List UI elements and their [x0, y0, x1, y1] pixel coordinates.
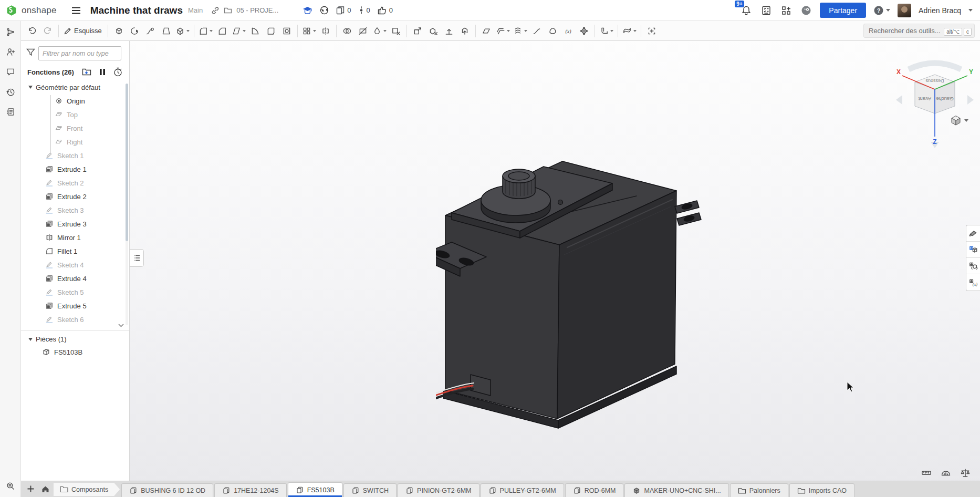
appearance-panel-button[interactable]: [966, 225, 980, 242]
feature-extrude-4[interactable]: Extrude 4: [21, 272, 129, 285]
tab-17he12-1204s[interactable]: 17HE12-1204S: [214, 483, 286, 497]
dropdown-caret-icon[interactable]: [243, 30, 246, 32]
feature-extrude-2[interactable]: Extrude 2: [21, 190, 129, 203]
edit-fillet-tool-button[interactable]: [371, 23, 388, 39]
avatar[interactable]: [898, 4, 911, 17]
feature-extrude-1[interactable]: Extrude 1: [21, 162, 129, 176]
feature-sketch-2[interactable]: Sketch 2: [21, 176, 129, 190]
follow-users-icon[interactable]: [3, 44, 18, 60]
shell-tool-button[interactable]: [263, 23, 279, 39]
share-button[interactable]: Partager: [820, 3, 866, 18]
tool-search-input[interactable]: [869, 27, 942, 35]
face-label-gauche[interactable]: Gauche: [936, 96, 953, 102]
dropdown-caret-icon[interactable]: [507, 30, 510, 32]
dropdown-caret-icon[interactable]: [383, 30, 387, 32]
mass-properties-icon[interactable]: [960, 468, 971, 478]
face-label-dessous[interactable]: Dessous: [925, 78, 944, 84]
versions-count[interactable]: 0: [359, 6, 370, 15]
tab-pinion-gt2-6mm[interactable]: PINION-GT2-6MM: [398, 483, 479, 497]
tab-maker-uno-cnc-shi-[interactable]: MAKER-UNO+CNC-SHI...: [624, 483, 728, 497]
display-states-button[interactable]: [966, 242, 980, 258]
menu-icon[interactable]: [69, 4, 83, 17]
custom-feature-tool-button[interactable]: [576, 23, 592, 39]
feature-sketch-6[interactable]: Sketch 6: [21, 313, 129, 326]
search-document-icon[interactable]: [3, 478, 18, 494]
tab-palonniers[interactable]: Palonniers: [730, 483, 788, 497]
view-cube[interactable]: Dessous Avant Gauche X Y Z: [893, 59, 977, 151]
split-tool-button[interactable]: [355, 23, 371, 39]
public-globe-icon[interactable]: [320, 6, 329, 15]
comments-icon[interactable]: [3, 64, 18, 80]
notifications-bell-icon[interactable]: 9+: [740, 4, 753, 17]
rib-tool-button[interactable]: [247, 23, 263, 39]
transform-tool-button[interactable]: [441, 23, 457, 39]
feature-sketch-3[interactable]: Sketch 3: [21, 203, 129, 217]
tab-imports-cao[interactable]: Imports CAO: [789, 483, 854, 497]
regeneration-time-icon[interactable]: [113, 67, 123, 77]
mirror-tool-button[interactable]: [318, 23, 333, 39]
projected-curve-tool-button[interactable]: [529, 23, 545, 39]
feature-extrude-5[interactable]: Extrude 5: [21, 299, 129, 313]
link-icon[interactable]: [209, 4, 222, 17]
part-fs5103b[interactable]: FS5103B: [21, 345, 129, 359]
feedback-icon[interactable]: [800, 4, 812, 17]
group-expand-icon[interactable]: [28, 86, 33, 89]
suppress-rollback-icon[interactable]: [97, 67, 108, 77]
measure-length-icon[interactable]: [921, 468, 932, 478]
filter-icon[interactable]: [26, 48, 35, 59]
fill-tool-button[interactable]: [545, 23, 560, 39]
tool-search-box[interactable]: alt/⌥c: [863, 24, 975, 38]
sweep-tool-button[interactable]: [142, 23, 158, 39]
sketch-tool-button[interactable]: Esquisse: [61, 23, 105, 39]
sheet-metal-tool-button[interactable]: [598, 23, 615, 39]
feature-front[interactable]: Front: [21, 121, 129, 135]
delete-face-tool-button[interactable]: [388, 23, 404, 39]
feature-sketch-4[interactable]: Sketch 4: [21, 258, 129, 272]
redo-tool-button[interactable]: [40, 23, 56, 39]
extrude-tool-button[interactable]: [111, 23, 127, 39]
user-name[interactable]: Adrien Bracq: [919, 6, 961, 15]
dropdown-caret-icon[interactable]: [524, 30, 527, 32]
feature-mirror-1[interactable]: Mirror 1: [21, 231, 129, 244]
learning-center-icon[interactable]: [303, 6, 312, 15]
helix-tool-button[interactable]: [512, 23, 529, 39]
parts-header[interactable]: Pièces (1): [21, 331, 129, 345]
feature-g-om-trie-par-d-faut[interactable]: Géométrie par défaut: [21, 80, 129, 94]
document-folder-breadcrumb[interactable]: 05 - PROJE...: [236, 6, 278, 14]
breadcrumb-folder-composants[interactable]: Composants: [54, 483, 120, 496]
dropdown-caret-icon[interactable]: [186, 30, 190, 32]
tree-scrollbar[interactable]: [126, 84, 128, 325]
likes-count[interactable]: 0: [378, 6, 393, 15]
hole-tool-button[interactable]: [279, 23, 295, 39]
tab-switch[interactable]: SWITCH: [343, 483, 397, 497]
feature-sketch-1[interactable]: Sketch 1: [21, 149, 129, 162]
offset-surface-tool-button[interactable]: [494, 23, 512, 39]
plane-tool-button[interactable]: [478, 23, 494, 39]
copies-count[interactable]: 0: [336, 6, 351, 15]
named-views-button[interactable]: [966, 258, 980, 274]
dropdown-caret-icon[interactable]: [633, 30, 637, 32]
revolve-tool-button[interactable]: [127, 23, 142, 39]
feature-sketch-5[interactable]: Sketch 5: [21, 285, 129, 299]
loft-tool-button[interactable]: [158, 23, 174, 39]
feature-list-toggle-icon[interactable]: [3, 24, 18, 40]
feature-origin[interactable]: Origin: [21, 94, 129, 108]
face-label-avant[interactable]: Avant: [919, 96, 931, 102]
tab-fs5103b[interactable]: FS5103B: [288, 482, 342, 497]
history-icon[interactable]: [3, 84, 18, 100]
new-folder-icon[interactable]: [81, 67, 92, 77]
feature-filter-input[interactable]: [38, 46, 121, 60]
feature-fillet-1[interactable]: Fillet 1: [21, 244, 129, 258]
model-viewport[interactable]: Dessous Avant Gauche X Y Z (x): [130, 41, 980, 481]
insert-new-tab-button[interactable]: [23, 482, 38, 496]
tasks-icon[interactable]: [760, 4, 773, 17]
move-face-tool-button[interactable]: [410, 23, 425, 39]
tab-pulley-gt2-6mm[interactable]: PULLEY-GT2-6MM: [481, 483, 564, 497]
feature-extrude-3[interactable]: Extrude 3: [21, 217, 129, 231]
app-store-icon[interactable]: [780, 4, 793, 17]
fillet-tool-button[interactable]: [197, 23, 214, 39]
feature-right[interactable]: Right: [21, 135, 129, 149]
surface-tool-button[interactable]: [621, 23, 638, 39]
delete-part-tool-button[interactable]: [425, 23, 441, 39]
dropdown-caret-icon[interactable]: [313, 30, 316, 32]
